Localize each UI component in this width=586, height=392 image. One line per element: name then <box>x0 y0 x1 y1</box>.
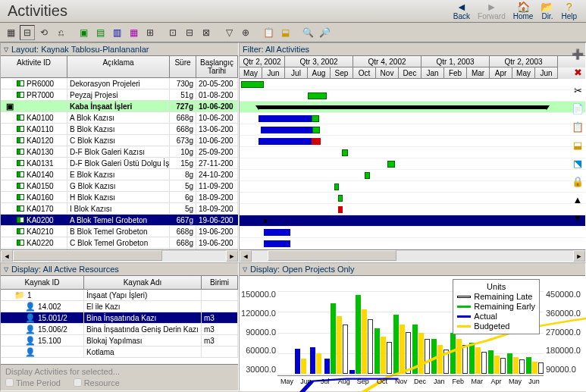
gantt-row[interactable] <box>240 136 585 147</box>
gantt-row[interactable] <box>240 79 585 90</box>
tb-filter[interactable]: ▽ <box>221 25 237 40</box>
dir-icon: 📂 <box>541 2 553 12</box>
filter-header[interactable]: Filter: All Activities <box>240 43 585 56</box>
hscroll-gantt[interactable]: ◄► <box>240 249 585 262</box>
chk-resource[interactable]: Resource <box>74 378 120 387</box>
resource-header[interactable]: ▽Display: All Active Resources <box>1 263 238 276</box>
chk-time[interactable]: Time Period <box>5 378 61 387</box>
activity-row[interactable]: KA0220C Blok Temel Grobeton668g19-06-200 <box>1 237 238 249</box>
side-copy[interactable]: 📄 <box>571 102 584 115</box>
side-tool3[interactable]: 🔒 <box>571 174 584 188</box>
col-id[interactable]: Aktivite ID <box>1 56 67 77</box>
tb-btn-5[interactable]: ▣ <box>76 25 91 40</box>
title-bar: Activities ◄Back ►Forward 🏠Home 📂Dir. ?H… <box>0 0 586 23</box>
resource-row[interactable]: 👤Kotlama <box>1 347 238 358</box>
col-desc[interactable]: Açıklama <box>67 56 170 77</box>
resource-pane: ▽Display: All Active Resources Kaynak ID… <box>0 262 239 391</box>
res-col-name[interactable]: Kaynak Adı <box>84 276 202 289</box>
gantt-row[interactable] <box>240 158 585 170</box>
tb-btn-6[interactable]: ▤ <box>92 25 108 40</box>
activity-grid[interactable]: PR6000Dekorasyon Projeleri730g20-05-200P… <box>1 78 238 249</box>
res-col-unit[interactable]: Birimi <box>202 276 238 289</box>
activity-row[interactable]: KA0110B Blok Kazısı668g13-06-200 <box>1 124 238 135</box>
activity-row[interactable]: KA0140E Blok Kazısı8g24-10-200 <box>1 169 238 180</box>
tb-btn-4[interactable]: ⎌ <box>53 25 68 40</box>
side-cut[interactable]: ✂ <box>571 83 584 97</box>
side-toolbar: ➕ ✖ ✂ 📄 📋 ⬓ ⬔ 🔒 ▲ ▼ <box>569 42 586 224</box>
col-dur[interactable]: Süre <box>170 56 196 77</box>
tb-btn-16[interactable]: ⬓ <box>277 25 293 40</box>
res-col-id[interactable]: Kaynak ID <box>1 276 84 289</box>
resource-row[interactable]: 👤15.100Blokaj Yapılmasım3 <box>1 335 238 347</box>
side-tool2[interactable]: ⬔ <box>571 156 584 170</box>
gantt-row[interactable] <box>240 113 585 124</box>
tb-btn-2[interactable]: ⊟ <box>20 25 35 40</box>
forward-button[interactable]: ►Forward <box>478 2 506 20</box>
tb-btn-8[interactable]: ▦ <box>126 25 141 40</box>
gantt-row[interactable] <box>240 90 585 102</box>
gantt-row[interactable] <box>240 193 585 204</box>
tb-zoom-out[interactable]: 🔎 <box>317 25 332 40</box>
gantt-row[interactable] <box>240 204 585 215</box>
activity-row[interactable]: KA0210B Blok Temel Grobeton668g19-06-200 <box>1 226 238 237</box>
home-button[interactable]: 🏠Home <box>513 2 534 20</box>
activity-row[interactable]: PR7000Peyzaj Projesi51g01-08-200 <box>1 89 238 101</box>
gantt-row[interactable] <box>240 124 585 136</box>
gantt-months: MayJunJulAugSepOctNovDecJanFebMarAprMayJ… <box>240 67 585 79</box>
tb-btn-1[interactable]: ▦ <box>3 25 18 40</box>
activity-row[interactable]: KA0100A Blok Kazısı668g10-06-200 <box>1 112 238 124</box>
side-paste[interactable]: 📋 <box>571 120 584 133</box>
activity-row[interactable]: KA0200A Blok Temel Grobeton667g19-06-200 <box>1 215 238 226</box>
tb-btn-14[interactable]: ⊕ <box>238 25 253 40</box>
activity-row[interactable]: KA0170I Blok Kazısı5g18-09-200 <box>1 203 238 215</box>
main-toolbar: ▦ ⊟ ⟲ ⎌ ▣ ▤ ▥ ▦ ⊞ ⊡ ⊟ ⊠ ▽ ⊕ 📋 ⬓ 🔍 🔎 <box>0 23 586 42</box>
side-del[interactable]: ✖ <box>571 65 584 79</box>
tb-btn-7[interactable]: ▥ <box>109 25 124 40</box>
tb-btn-9[interactable]: ⊞ <box>143 25 158 40</box>
activity-table-pane: ▽Layout: Kaynak Tablosu-Planlananlar Akt… <box>0 42 239 262</box>
gantt-row[interactable] <box>240 215 585 227</box>
gantt-body[interactable] <box>240 79 585 249</box>
home-icon: 🏠 <box>517 2 530 12</box>
display-options: Display Activities for selected... Time … <box>1 364 238 391</box>
resource-row[interactable]: 📁1İnşaat (Yapı İşleri) <box>1 290 238 301</box>
activity-row[interactable]: KA0130D-F Blok Galeri Kazısı10g25-09-200 <box>1 146 238 158</box>
col-start[interactable]: Başlangıç Tarihi <box>196 56 238 77</box>
tb-zoom-in[interactable]: 🔍 <box>300 25 315 40</box>
gantt-row[interactable] <box>240 102 585 113</box>
tb-btn-3[interactable]: ⟲ <box>36 25 52 40</box>
chart-header[interactable]: ▽Display: Open Projects Only <box>240 263 585 276</box>
resource-grid[interactable]: 📁1İnşaat (Yapı İşleri)👤14.002El ile Kazı… <box>1 290 238 364</box>
activity-row[interactable]: PR6000Dekorasyon Projeleri730g20-05-200 <box>1 78 238 89</box>
layout-header[interactable]: ▽Layout: Kaynak Tablosu-Planlananlar <box>1 43 238 56</box>
gantt-row[interactable] <box>240 181 585 193</box>
gantt-row[interactable] <box>240 147 585 158</box>
activity-row[interactable]: KA0150G Blok Kazısı5g11-09-200 <box>1 180 238 192</box>
gantt-row[interactable] <box>240 238 585 249</box>
activity-row[interactable]: KA0131D-F Blok Galeri Üstü Dolgu İşleri1… <box>1 158 238 169</box>
activity-row[interactable]: ▣Kaba İnşaat İşleri727g10-06-200 <box>1 101 238 112</box>
back-icon: ◄ <box>456 2 467 12</box>
gantt-row[interactable] <box>240 170 585 181</box>
resource-row[interactable]: 👤15.001/2Bina İnşaatında Kazım3 <box>1 312 238 324</box>
tb-btn-11[interactable]: ⊟ <box>182 25 197 40</box>
help-button[interactable]: ?Help <box>561 2 577 20</box>
resource-row[interactable]: 👤15.006/2Bina İnşaatında Geniş Derin Kaz… <box>1 324 238 335</box>
side-down[interactable]: ▼ <box>571 211 584 224</box>
gantt-row[interactable] <box>240 227 585 238</box>
activity-row[interactable]: KA0160H Blok Kazısı6g18-09-200 <box>1 192 238 203</box>
side-up[interactable]: ▲ <box>571 193 584 206</box>
help-icon: ? <box>566 2 572 12</box>
side-tool1[interactable]: ⬓ <box>571 138 584 152</box>
tb-btn-12[interactable]: ⊠ <box>199 25 214 40</box>
back-button[interactable]: ◄Back <box>453 2 470 20</box>
tb-btn-10[interactable]: ⊡ <box>165 25 180 40</box>
y-axis-left: 150000.0120000.090000.060000.030000.0 <box>241 290 276 374</box>
tb-btn-15[interactable]: 📋 <box>261 25 276 40</box>
resource-row[interactable]: 👤14.002El ile Kazı <box>1 301 238 312</box>
side-add[interactable]: ➕ <box>571 47 584 61</box>
hscroll-left[interactable]: ◄► <box>1 249 238 262</box>
activity-row[interactable]: KA0120C Blok Kazısı673g10-06-200 <box>1 135 238 146</box>
nav-buttons: ◄Back ►Forward 🏠Home 📂Dir. ?Help <box>453 2 583 20</box>
dir-button[interactable]: 📂Dir. <box>541 2 553 20</box>
